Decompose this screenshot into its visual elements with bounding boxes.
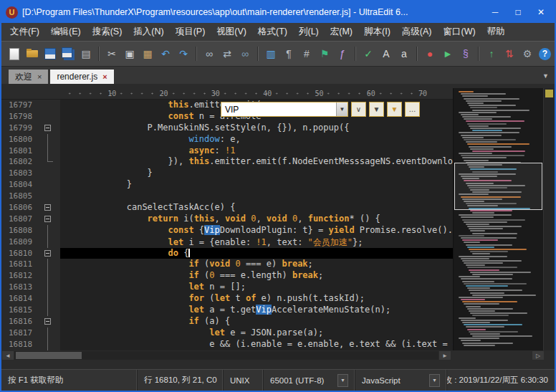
code-line[interactable]: 16808 const {VipDownloadPlugin: t} = yie… [1, 225, 453, 236]
menu-item-insert[interactable]: 插入(N) [128, 23, 169, 41]
find-in-files-icon[interactable]: ∞ [236, 45, 254, 62]
menu-item-file[interactable]: 文件(F) [4, 23, 45, 41]
menu-item-view[interactable]: 视图(V) [211, 23, 252, 41]
menu-item-macro[interactable]: 宏(M) [325, 23, 358, 41]
redo-icon[interactable]: ↷ [175, 45, 192, 62]
code-line[interactable]: 16811 if (void 0 === e) break; [1, 259, 453, 270]
language-dropdown-icon[interactable]: ▼ [429, 374, 440, 387]
minimap[interactable] [453, 88, 543, 350]
find-filter-button[interactable]: ▼ [387, 102, 402, 117]
function-list-icon[interactable]: ƒ [334, 45, 351, 62]
code-line[interactable]: 16813 let n = []; [1, 282, 453, 293]
code-line[interactable]: 16814 for (let t of e) n.push(t.taskId); [1, 293, 453, 305]
hscroll-thumb[interactable] [16, 352, 82, 359]
copy-icon[interactable]: ▣ [121, 45, 138, 62]
code-line[interactable]: 16818 e && (i.enable = e.enable, e.text … [1, 339, 453, 350]
tab-renderer[interactable]: renderer.js× [50, 70, 113, 84]
maximize-button[interactable]: □ [507, 4, 529, 20]
code-line[interactable]: 16800 window: e, [1, 134, 453, 145]
fold-margin[interactable] [42, 202, 60, 214]
hscroll-right-button[interactable]: ► [439, 351, 451, 360]
code-line[interactable]: 16817 let e = JSON.parse(a); [1, 328, 453, 339]
upload-icon[interactable]: ↑ [483, 45, 500, 62]
spell-check-icon[interactable]: ✓ [360, 45, 377, 62]
fold-box-icon[interactable] [44, 216, 51, 222]
menu-item-window[interactable]: 窗口(W) [438, 23, 481, 41]
fold-margin[interactable] [42, 214, 60, 225]
code-line[interactable]: 16810 do { [1, 248, 453, 259]
hscroll-left-button[interactable]: ◄ [2, 351, 14, 360]
close-button[interactable]: ✕ [530, 4, 552, 20]
tab-close-icon[interactable]: × [102, 73, 107, 81]
fold-box-icon[interactable] [44, 318, 51, 325]
code-line[interactable]: 16815 let a = t.getVipAccelerateMenuStat… [1, 305, 453, 316]
app-icon[interactable]: U [6, 6, 18, 19]
column-mode-icon[interactable]: ▥ [262, 45, 279, 62]
find-icon[interactable]: ∞ [201, 45, 218, 62]
save-icon[interactable] [42, 45, 59, 62]
code-line[interactable]: 16812 if (0 === e.length) break; [1, 270, 453, 282]
menu-item-column[interactable]: 列(L) [293, 23, 325, 41]
macro-record-icon[interactable]: ● [421, 45, 438, 62]
tab-welcome[interactable]: 欢迎× [9, 70, 48, 84]
menu-item-project[interactable]: 项目(P) [170, 23, 211, 41]
find-more-button[interactable]: … [405, 102, 420, 117]
fold-box-icon[interactable] [44, 125, 51, 131]
sync-icon[interactable]: ⇅ [501, 45, 518, 62]
menu-item-help[interactable]: 帮助 [481, 23, 511, 41]
code-area[interactable]: 16797 this.emitter.emit(16798 const n = … [1, 100, 453, 350]
uppercase-icon[interactable]: A [378, 45, 395, 62]
code-line[interactable]: 16809 let i = {enable: !1, text: "会员加速"}… [1, 236, 453, 248]
status-encoding[interactable]: 65001 (UTF-8) ▼ [264, 370, 355, 391]
paste-icon[interactable]: ▦ [139, 45, 156, 62]
code-line[interactable]: 16807 return i(this, void 0, void 0, fun… [1, 214, 453, 225]
find-next-button[interactable]: ∨ [351, 102, 366, 117]
find-prev-button[interactable]: ▼ [369, 102, 384, 117]
lowercase-icon[interactable]: a [396, 45, 413, 62]
print-icon[interactable]: ▤ [77, 45, 95, 62]
encoding-dropdown-icon[interactable]: ▼ [337, 374, 348, 387]
replace-icon[interactable]: ⇄ [219, 45, 236, 62]
tab-close-icon[interactable]: × [37, 73, 42, 81]
vertical-scrollbar-thumb[interactable] [545, 90, 553, 97]
combo-dropdown-icon[interactable]: ▼ [336, 102, 348, 116]
hex-mode-icon[interactable]: # [298, 45, 315, 62]
find-combobox[interactable]: VIP ▼ [221, 102, 348, 117]
status-language[interactable]: JavaScript ▼ [355, 370, 447, 391]
find-value[interactable]: VIP [221, 105, 336, 115]
minimap-viewport[interactable] [454, 163, 542, 210]
menu-item-search[interactable]: 搜索(S) [87, 23, 128, 41]
code-line[interactable]: 16805 [1, 191, 453, 202]
bookmark-icon[interactable]: ⚑ [316, 45, 333, 62]
code-line[interactable]: 16803 } [1, 168, 453, 179]
fold-margin[interactable] [42, 316, 60, 328]
code-pane[interactable]: 10203040506070 16797 this.emitter.emit(1… [1, 88, 453, 350]
fold-margin[interactable] [42, 123, 60, 134]
tab-list-dropdown-icon[interactable]: ▼ [542, 72, 549, 80]
menu-item-script[interactable]: 脚本(I) [358, 23, 396, 41]
fold-box-icon[interactable] [44, 204, 51, 211]
new-file-icon[interactable] [6, 45, 23, 62]
code-line[interactable]: 16816 if (a) { [1, 316, 453, 328]
code-line[interactable]: 16806 canSelectTaskAcc(e) { [1, 202, 453, 214]
vertical-scrollbar[interactable] [543, 88, 555, 350]
status-line-ending[interactable]: UNIX [224, 370, 264, 391]
code-line[interactable]: 16804 } [1, 179, 453, 191]
hscroll-track[interactable] [14, 351, 438, 360]
code-line[interactable]: 16801 async: !1 [1, 145, 453, 157]
minimap-scroll-right-button[interactable]: ▷ [532, 351, 544, 360]
settings-gear-icon[interactable]: ⚙ [519, 45, 536, 62]
save-all-icon[interactable] [59, 45, 77, 62]
menu-item-advanced[interactable]: 高级(A) [396, 23, 438, 41]
help-icon[interactable]: ? [539, 48, 551, 60]
undo-icon[interactable]: ↶ [157, 45, 174, 62]
code-line[interactable]: 16799 P.MenuSkinNS.setStyle(n, {}), n.po… [1, 123, 453, 134]
script-run-icon[interactable]: § [457, 45, 474, 62]
code-line[interactable]: 16802 }), this.emitter.emit(f.NodeEventM… [1, 156, 453, 168]
cut-icon[interactable]: ✂ [103, 45, 120, 62]
fold-margin[interactable] [42, 248, 60, 259]
menu-item-edit[interactable]: 编辑(E) [45, 23, 87, 41]
minimize-button[interactable]: ─ [484, 4, 506, 20]
fold-box-icon[interactable] [44, 250, 51, 257]
menu-item-format[interactable]: 格式(T) [252, 23, 293, 41]
